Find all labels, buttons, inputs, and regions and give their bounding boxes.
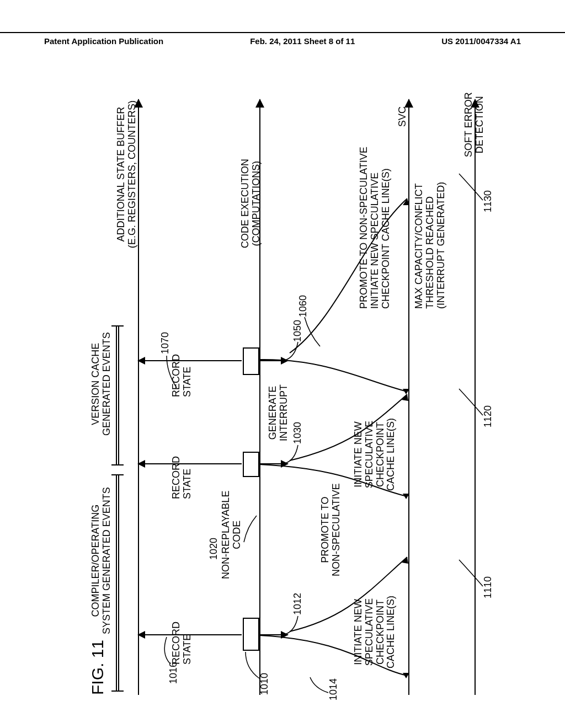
svc-title: SVC xyxy=(397,106,408,127)
lead-1016 xyxy=(160,631,174,665)
ref-1120: 1120 xyxy=(483,405,494,427)
ref-1070: 1070 xyxy=(160,332,171,354)
box-mid xyxy=(243,452,259,477)
label-record-state-1: RECORD STATE xyxy=(171,622,193,665)
label-init-spec-2: INITIATE NEW SPECULATIVE CHECKPOINT CACH… xyxy=(353,418,397,491)
ref-1110: 1110 xyxy=(483,576,494,598)
figure-11-diagram: FIG. 11 COMPILER/OPERATING SYSTEM GENERA… xyxy=(88,88,513,695)
lead-1060 xyxy=(303,314,323,347)
lead-1130 xyxy=(458,168,486,201)
lead-1120 xyxy=(458,383,486,416)
ref-1060: 1060 xyxy=(298,295,309,317)
page-header: Patent Application Publication Feb. 24, … xyxy=(0,32,565,47)
label-promote-nonspec: PROMOTE TO NON-SPECULATIVE xyxy=(320,483,342,576)
header-left: Patent Application Publication xyxy=(44,36,163,47)
lead-1070 xyxy=(166,350,179,389)
box-right xyxy=(243,347,259,375)
timeline-additional-state xyxy=(138,99,139,695)
figure-label: FIG. 11 xyxy=(88,640,107,695)
version-cache-extent xyxy=(116,326,119,464)
ref-1014: 1014 xyxy=(328,678,339,700)
header-right: US 2011/0047334 A1 xyxy=(441,36,521,47)
ref-1010: 1010 xyxy=(259,673,270,695)
box-1010 xyxy=(243,618,259,651)
version-cache-title: VERSION CACHE GENERATED EVENTS xyxy=(90,332,113,436)
label-max-cap: MAX CAPACITY/CONFLICT THRESHOLD REACHED … xyxy=(414,182,446,309)
label-record-state-2: RECORD STATE xyxy=(171,456,193,499)
ref-1130: 1130 xyxy=(483,190,494,212)
compiler-events-extent xyxy=(116,475,119,690)
code-exec-title: CODE EXECUTION (COMPUTATIONS) xyxy=(240,159,262,248)
label-non-replayable: NON-REPLAYABLE CODE xyxy=(221,491,243,579)
label-promote-full: PROMOTE TO NON-SPECULATIVE INITIATE NEW … xyxy=(359,147,391,309)
ref-1016: 1016 xyxy=(168,662,179,684)
soft-error-title: SOFT ERROR DETECTION xyxy=(463,92,486,157)
ref-1020: 1020 xyxy=(209,538,220,560)
lead-1110 xyxy=(458,554,486,587)
compiler-events-title: COMPILER/OPERATING SYSTEM GENERATED EVEN… xyxy=(90,487,113,634)
lead-1020 xyxy=(243,510,259,543)
label-init-spec-1: INITIATE NEW SPECULATIVE CHECKPOINT CACH… xyxy=(353,596,397,668)
header-center: Feb. 24, 2011 Sheet 8 of 11 xyxy=(250,36,355,47)
additional-state-title: ADDITIONAL STATE BUFFER (E.G. REGISTERS,… xyxy=(116,100,138,248)
